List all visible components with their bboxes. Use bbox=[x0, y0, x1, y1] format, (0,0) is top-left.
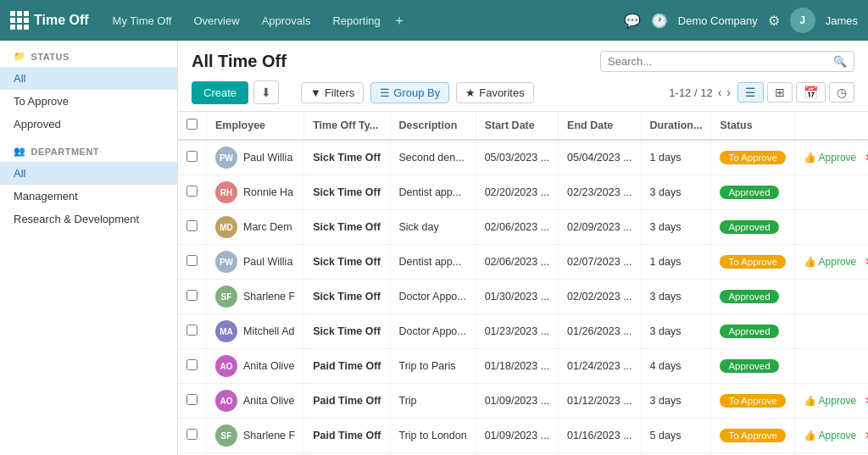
row-checkbox-cell[interactable] bbox=[178, 419, 207, 453]
sidebar-item-management[interactable]: Management bbox=[0, 185, 177, 208]
table-row: SF Sharlene F Sick Time OffDoctor Appo..… bbox=[178, 280, 868, 314]
avatar[interactable]: J bbox=[790, 8, 815, 33]
refuse-button[interactable]: ✕ Refuse bbox=[865, 430, 868, 441]
kanban-view-button[interactable]: ⊞ bbox=[767, 82, 793, 103]
employee-cell: PW Paul Willia bbox=[207, 245, 304, 280]
app-logo[interactable]: Time Off bbox=[10, 11, 89, 30]
status-badge: Approved bbox=[720, 290, 778, 303]
refuse-button[interactable]: ✕ Refuse bbox=[865, 152, 868, 164]
row-checkbox[interactable] bbox=[186, 325, 198, 336]
nav-my-time-off[interactable]: My Time Off bbox=[103, 9, 182, 32]
status-badge: To Approve bbox=[720, 394, 786, 408]
employee-cell: SF Sharlene F bbox=[207, 280, 304, 314]
duration-cell: 3 days bbox=[641, 210, 711, 245]
sidebar-item-to-approve[interactable]: To Approve bbox=[0, 90, 177, 113]
row-checkbox-cell[interactable] bbox=[178, 175, 207, 210]
search-box[interactable]: 🔍 bbox=[600, 51, 854, 72]
approve-button[interactable]: 👍 Approve bbox=[804, 256, 856, 268]
time-off-type-cell: Sick Time Off bbox=[304, 245, 390, 280]
nav-overview[interactable]: Overview bbox=[183, 9, 249, 32]
search-input[interactable] bbox=[608, 55, 828, 68]
col-header-duration[interactable]: Duration... bbox=[641, 112, 711, 140]
row-checkbox-cell[interactable] bbox=[178, 280, 207, 314]
row-checkbox[interactable] bbox=[186, 186, 198, 197]
select-all-checkbox-header[interactable] bbox=[178, 112, 207, 140]
row-checkbox[interactable] bbox=[186, 255, 198, 266]
username[interactable]: James bbox=[826, 14, 858, 27]
toolbar-left: Create ⬇ ▼ Filters ☰ Group By ★ bbox=[192, 80, 534, 104]
groupby-button[interactable]: ☰ Group By bbox=[370, 82, 449, 103]
table-row: MA Mitchell Ad Sick Time OffDoctor Appo.… bbox=[178, 314, 868, 349]
time-off-type: Sick Time Off bbox=[313, 325, 381, 337]
row-checkbox-cell[interactable] bbox=[178, 140, 207, 175]
row-checkbox[interactable] bbox=[186, 359, 198, 370]
duration-cell: 5 days bbox=[641, 419, 711, 453]
create-button[interactable]: Create bbox=[192, 81, 248, 104]
row-checkbox-cell[interactable] bbox=[178, 349, 207, 384]
col-header-start-date[interactable]: Start Date bbox=[476, 112, 558, 140]
add-nav-icon[interactable]: ＋ bbox=[392, 12, 406, 30]
approve-button[interactable]: 👍 Approve bbox=[804, 395, 856, 407]
row-checkbox[interactable] bbox=[186, 429, 198, 440]
col-header-time-off-type[interactable]: Time Off Ty... bbox=[304, 112, 390, 140]
sidebar-item-approved[interactable]: Approved bbox=[0, 113, 177, 136]
row-checkbox[interactable] bbox=[186, 151, 198, 162]
start-date-cell: 01/23/2023 ... bbox=[476, 314, 558, 349]
row-checkbox[interactable] bbox=[186, 220, 198, 231]
nav-links: My Time Off Overview Approvals Reporting… bbox=[103, 9, 617, 32]
next-page-button[interactable]: › bbox=[726, 86, 731, 99]
status-badge: To Approve bbox=[720, 151, 786, 164]
page-title: All Time Off bbox=[192, 52, 287, 71]
time-off-type: Sick Time Off bbox=[313, 256, 381, 268]
row-checkbox-cell[interactable] bbox=[178, 245, 207, 280]
time-off-type: Sick Time Off bbox=[313, 186, 381, 198]
chat-icon[interactable]: 💬 bbox=[624, 13, 641, 29]
col-header-description[interactable]: Description bbox=[390, 112, 476, 140]
row-checkbox-cell[interactable] bbox=[178, 210, 207, 245]
download-button[interactable]: ⬇ bbox=[253, 80, 279, 104]
company-name[interactable]: Demo Company bbox=[678, 14, 758, 27]
favorites-button[interactable]: ★ Favorites bbox=[456, 82, 533, 103]
status-badge: To Approve bbox=[720, 255, 786, 269]
col-header-employee[interactable]: Employee bbox=[207, 112, 304, 140]
row-checkbox-cell[interactable] bbox=[178, 384, 207, 419]
row-checkbox-cell[interactable] bbox=[178, 314, 207, 349]
sidebar-item-status-all[interactable]: All bbox=[0, 67, 177, 90]
end-date-cell: 01/24/2023 ... bbox=[559, 349, 641, 384]
time-off-type-cell: Paid Time Off bbox=[304, 384, 390, 419]
employee-name: Anita Olive bbox=[243, 360, 294, 372]
settings-icon[interactable]: ⚙ bbox=[768, 13, 780, 29]
filters-button[interactable]: ▼ Filters bbox=[301, 82, 364, 103]
table-row: AO Anita Olive Paid Time OffTrip to Pari… bbox=[178, 349, 868, 384]
row-checkbox[interactable] bbox=[186, 394, 198, 405]
refuse-button[interactable]: ✕ Refuse bbox=[865, 256, 868, 268]
sidebar-item-dept-all[interactable]: All bbox=[0, 162, 177, 185]
refuse-button[interactable]: ✕ Refuse bbox=[865, 395, 868, 407]
time-off-type: Paid Time Off bbox=[313, 430, 381, 441]
select-all-checkbox[interactable] bbox=[186, 119, 198, 130]
time-off-type: Sick Time Off bbox=[313, 221, 381, 233]
graph-view-button[interactable]: ◷ bbox=[829, 82, 854, 103]
prev-page-button[interactable]: ‹ bbox=[718, 86, 722, 99]
status-cell: Approved bbox=[711, 210, 795, 245]
clock-icon[interactable]: 🕐 bbox=[651, 13, 668, 29]
nav-reporting[interactable]: Reporting bbox=[322, 9, 390, 32]
col-header-end-date[interactable]: End Date bbox=[559, 112, 641, 140]
end-date-cell: 02/09/2023 ... bbox=[559, 210, 641, 245]
time-off-type-cell: Paid Time Off bbox=[304, 349, 390, 384]
actions-cell: 👍 Approve ✕ Refuse bbox=[794, 245, 868, 280]
start-date-cell: 02/20/2023 ... bbox=[476, 175, 558, 210]
sidebar-item-rd[interactable]: Research & Development bbox=[0, 208, 177, 230]
time-off-type: Paid Time Off bbox=[313, 360, 381, 372]
search-icon[interactable]: 🔍 bbox=[833, 55, 847, 68]
calendar-view-button[interactable]: 📅 bbox=[796, 82, 826, 103]
row-checkbox[interactable] bbox=[186, 290, 198, 301]
nav-approvals[interactable]: Approvals bbox=[252, 9, 321, 32]
approve-button[interactable]: 👍 Approve bbox=[804, 430, 856, 441]
status-cell: Approved bbox=[711, 280, 795, 314]
start-date-cell: 01/18/2023 ... bbox=[476, 349, 558, 384]
list-view-button[interactable]: ☰ bbox=[737, 82, 764, 103]
col-header-status[interactable]: Status bbox=[711, 112, 795, 140]
approve-button[interactable]: 👍 Approve bbox=[804, 152, 856, 164]
time-off-type-cell: Paid Time Off bbox=[304, 419, 390, 453]
